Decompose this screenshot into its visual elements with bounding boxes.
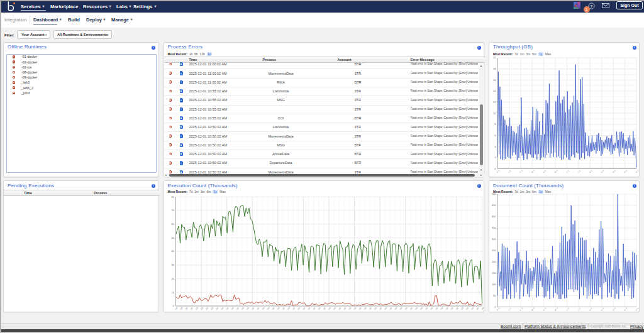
- svg-text:J '2: J '2: [565, 169, 569, 173]
- svg-text:1/2: 1/2: [240, 307, 244, 310]
- svg-text:1/2: 1/2: [307, 307, 311, 310]
- svg-text:100: 100: [492, 283, 496, 286]
- svg-text:1/2: 1/2: [394, 307, 397, 310]
- svg-text:300: 300: [492, 237, 496, 241]
- svg-text:1/2: 1/2: [425, 307, 428, 310]
- svg-text:1/2: 1/2: [297, 307, 301, 310]
- svg-text:20: 20: [493, 56, 496, 59]
- svg-text:D '2: D '2: [496, 169, 501, 173]
- svg-text:50: 50: [493, 294, 496, 297]
- svg-text:1/2: 1/2: [399, 307, 402, 310]
- svg-text:D '2: D '2: [635, 169, 640, 173]
- svg-text:12: 12: [493, 100, 496, 103]
- svg-text:1/2: 1/2: [470, 307, 474, 310]
- svg-text:1/2: 1/2: [353, 307, 357, 310]
- svg-text:1/2: 1/2: [343, 307, 347, 310]
- svg-text:1/2: 1/2: [450, 307, 453, 310]
- svg-text:1/2: 1/2: [465, 307, 469, 310]
- svg-text:1/2: 1/2: [210, 307, 214, 310]
- svg-text:150: 150: [492, 271, 496, 275]
- svg-text:16: 16: [493, 78, 496, 81]
- svg-text:10: 10: [493, 111, 496, 114]
- svg-text:1/2: 1/2: [414, 307, 418, 310]
- svg-text:F '2: F '2: [519, 169, 524, 173]
- svg-text:O '2: O '2: [612, 169, 616, 173]
- svg-text:1/2: 1/2: [445, 307, 448, 310]
- svg-text:J '2: J '2: [508, 169, 511, 173]
- svg-text:1/2: 1/2: [348, 307, 352, 310]
- svg-text:1/2: 1/2: [179, 307, 183, 310]
- svg-text:1/2: 1/2: [317, 307, 321, 310]
- svg-text:1/2: 1/2: [480, 307, 484, 310]
- svg-text:200: 200: [492, 260, 496, 263]
- svg-text:S '2: S '2: [601, 169, 605, 173]
- svg-text:0: 0: [172, 304, 174, 307]
- svg-text:250: 250: [492, 249, 496, 252]
- svg-text:D '2: D '2: [635, 307, 640, 312]
- svg-text:N '2: N '2: [623, 307, 628, 312]
- svg-text:D '2: D '2: [496, 307, 501, 312]
- svg-text:S '2: S '2: [601, 307, 605, 312]
- svg-text:J '2: J '2: [508, 307, 511, 311]
- svg-text:1/2: 1/2: [322, 307, 326, 310]
- svg-text:1/2: 1/2: [220, 307, 224, 310]
- svg-text:0: 0: [494, 166, 496, 170]
- svg-text:18: 18: [493, 67, 496, 70]
- svg-text:1/2: 1/2: [235, 307, 239, 310]
- svg-text:F '2: F '2: [519, 307, 524, 312]
- svg-text:0: 0: [494, 305, 496, 308]
- svg-text:400: 400: [492, 215, 496, 218]
- svg-text:1/2: 1/2: [302, 307, 306, 310]
- svg-text:1/2: 1/2: [404, 307, 408, 310]
- svg-text:1/2: 1/2: [455, 307, 458, 310]
- svg-text:6: 6: [494, 133, 496, 136]
- svg-text:1/2: 1/2: [358, 307, 362, 310]
- svg-text:1/2: 1/2: [363, 307, 367, 310]
- svg-text:1/2: 1/2: [215, 307, 219, 310]
- svg-text:A '2: A '2: [589, 169, 593, 173]
- svg-text:1/2: 1/2: [256, 307, 260, 310]
- svg-text:60: 60: [171, 222, 174, 226]
- svg-text:1/2: 1/2: [430, 307, 433, 310]
- svg-text:1/2: 1/2: [261, 307, 265, 310]
- svg-text:20: 20: [171, 277, 174, 280]
- svg-text:1/2: 1/2: [312, 307, 316, 310]
- svg-text:J '2: J '2: [577, 307, 581, 311]
- svg-text:1/2: 1/2: [384, 307, 387, 310]
- svg-text:70: 70: [171, 209, 174, 212]
- svg-text:80: 80: [171, 195, 174, 199]
- svg-text:1/2: 1/2: [460, 307, 464, 310]
- svg-text:1/2: 1/2: [419, 307, 423, 310]
- svg-text:1/2: 1/2: [189, 307, 193, 310]
- svg-text:A '2: A '2: [543, 307, 547, 312]
- svg-text:A '2: A '2: [543, 169, 547, 173]
- svg-text:1/2: 1/2: [292, 307, 296, 310]
- svg-text:M '2: M '2: [554, 307, 558, 312]
- svg-text:1/2: 1/2: [194, 307, 198, 310]
- svg-text:N '2: N '2: [623, 169, 628, 173]
- svg-text:O '2: O '2: [612, 307, 616, 312]
- svg-text:A '2: A '2: [589, 307, 593, 312]
- svg-text:1/2: 1/2: [271, 307, 275, 310]
- svg-text:1/2: 1/2: [266, 307, 270, 310]
- svg-text:1/2: 1/2: [379, 307, 382, 310]
- svg-text:J '2: J '2: [577, 169, 581, 173]
- svg-text:1/2: 1/2: [373, 307, 377, 310]
- svg-text:1/2: 1/2: [327, 307, 331, 310]
- svg-text:10: 10: [171, 291, 174, 294]
- svg-text:30: 30: [171, 263, 174, 266]
- svg-text:M '2: M '2: [531, 169, 535, 173]
- svg-text:1/2: 1/2: [251, 307, 255, 310]
- svg-text:M '2: M '2: [554, 169, 558, 173]
- svg-text:14: 14: [493, 89, 496, 92]
- svg-text:1/2: 1/2: [230, 307, 234, 310]
- svg-text:1/2: 1/2: [409, 307, 413, 310]
- svg-text:450: 450: [492, 204, 496, 207]
- svg-text:1/2: 1/2: [440, 307, 443, 310]
- svg-text:1/2: 1/2: [184, 307, 188, 310]
- svg-text:1/2: 1/2: [338, 307, 341, 310]
- svg-text:350: 350: [492, 226, 496, 229]
- svg-text:1/2: 1/2: [286, 307, 290, 310]
- svg-text:1/2: 1/2: [174, 307, 178, 310]
- svg-text:1/2: 1/2: [205, 307, 209, 310]
